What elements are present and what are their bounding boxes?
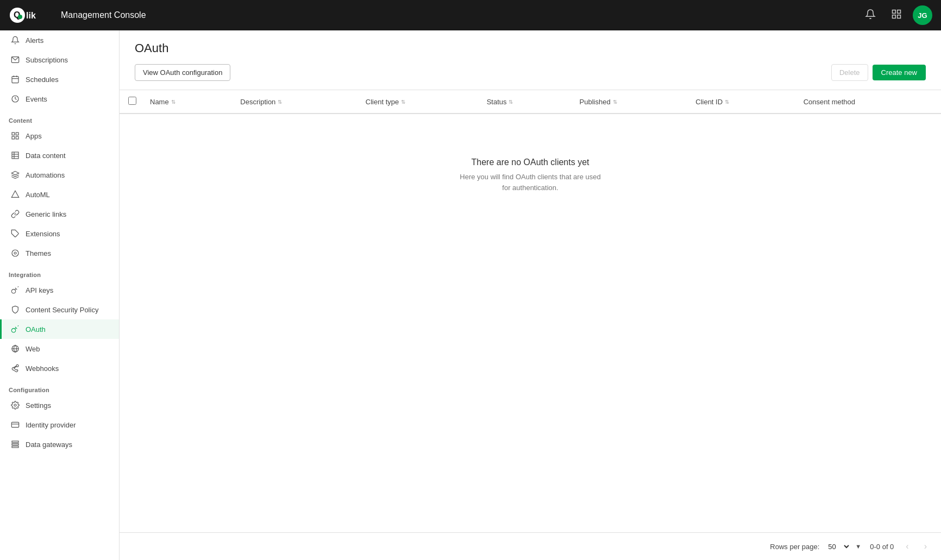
- svg-rect-15: [16, 133, 18, 135]
- sidebar-item-label: AutoML: [26, 191, 50, 199]
- pagination-prev-button[interactable]: ‹: [902, 539, 912, 553]
- sidebar-item-label: Settings: [26, 401, 51, 410]
- th-name[interactable]: Name ⇅: [141, 90, 231, 114]
- svg-rect-5: [898, 10, 901, 13]
- notifications-icon[interactable]: [861, 4, 880, 27]
- th-description[interactable]: Description ⇅: [231, 90, 356, 114]
- layout: Alerts Subscriptions Schedules Events: [0, 30, 941, 560]
- rows-per-page-select[interactable]: 50 25 100: [824, 541, 851, 552]
- triangle-icon: [10, 190, 20, 199]
- grid-icon: [10, 131, 20, 141]
- sidebar-item-alerts[interactable]: Alerts: [0, 30, 119, 50]
- sidebar-section-integration: Integration API keys Content Security Po…: [0, 263, 119, 378]
- sidebar-item-label: Data gateways: [26, 441, 72, 449]
- sort-icon-status: ⇅: [509, 99, 513, 105]
- bell-icon: [10, 35, 20, 45]
- sidebar-item-automations[interactable]: Automations: [0, 165, 119, 185]
- sidebar-item-extensions[interactable]: Extensions: [0, 224, 119, 243]
- automations-icon: [10, 170, 20, 180]
- sidebar-item-api-keys[interactable]: API keys: [0, 280, 119, 300]
- sidebar-item-subscriptions[interactable]: Subscriptions: [0, 50, 119, 70]
- sidebar-item-label: Automations: [26, 171, 65, 179]
- sidebar-item-schedules[interactable]: Schedules: [0, 70, 119, 89]
- table-footer: Rows per page: 50 25 100 ▼ 0-0 of 0 ‹ ›: [120, 532, 941, 560]
- sort-icon-client-type: ⇅: [401, 99, 405, 105]
- sidebar-item-label: Schedules: [26, 75, 59, 84]
- sidebar-item-settings[interactable]: Settings: [0, 395, 119, 415]
- sidebar-item-label: Content Security Policy: [26, 306, 98, 314]
- svg-rect-6: [893, 15, 896, 18]
- sidebar-item-themes[interactable]: Themes: [0, 243, 119, 263]
- svg-rect-9: [12, 77, 18, 83]
- sidebar-item-web[interactable]: Web: [0, 339, 119, 358]
- sidebar-item-webhooks[interactable]: Webhooks: [0, 358, 119, 378]
- sidebar-item-automl[interactable]: AutoML: [0, 185, 119, 204]
- sidebar-item-label: API keys: [26, 286, 53, 294]
- svg-point-25: [12, 250, 18, 256]
- sidebar-item-apps[interactable]: Apps: [0, 126, 119, 146]
- sidebar-section-content: Content Apps Data content Automations: [0, 109, 119, 263]
- th-client-id[interactable]: Client ID ⇅: [687, 90, 794, 114]
- sidebar-item-label: Extensions: [26, 230, 60, 238]
- pagination-next-button[interactable]: ›: [921, 539, 930, 553]
- svg-point-28: [14, 404, 16, 406]
- svg-rect-31: [12, 441, 18, 443]
- main-content: OAuth View OAuth configuration Delete Cr…: [120, 30, 941, 560]
- select-all-checkbox[interactable]: [128, 97, 136, 105]
- rows-per-page: Rows per page: 50 25 100 ▼: [770, 541, 861, 552]
- svg-rect-14: [12, 133, 15, 135]
- gateways-icon: [10, 439, 20, 449]
- oauth-key-icon: [10, 324, 20, 334]
- create-new-button[interactable]: Create new: [873, 65, 926, 80]
- apps-grid-icon[interactable]: [887, 4, 906, 27]
- themes-icon: [10, 248, 20, 258]
- sidebar-item-generic-links[interactable]: Generic links: [0, 204, 119, 224]
- th-status[interactable]: Status ⇅: [478, 90, 571, 114]
- sidebar-item-label: Themes: [26, 249, 51, 257]
- sidebar-item-label: Alerts: [26, 36, 43, 45]
- svg-rect-7: [898, 15, 901, 18]
- th-consent-method[interactable]: Consent method: [795, 90, 941, 114]
- section-label-integration: Integration: [0, 263, 119, 280]
- sidebar-item-label: Generic links: [26, 210, 66, 218]
- svg-rect-29: [11, 422, 18, 427]
- webhooks-icon: [10, 363, 20, 373]
- sidebar-item-events[interactable]: Events: [0, 89, 119, 109]
- link-icon: [10, 209, 20, 219]
- th-client-type[interactable]: Client type ⇅: [357, 90, 478, 114]
- toolbar: View OAuth configuration Delete Create n…: [120, 64, 941, 90]
- sidebar-item-label: OAuth: [26, 325, 46, 334]
- sidebar-item-label: Identity provider: [26, 421, 76, 429]
- sort-icon-name: ⇅: [171, 99, 175, 105]
- svg-rect-16: [12, 136, 15, 139]
- empty-state-title: There are no OAuth clients yet: [472, 158, 589, 167]
- svg-rect-4: [893, 10, 896, 13]
- sidebar-item-content-security-policy[interactable]: Content Security Policy: [0, 300, 119, 319]
- sidebar-item-label: Webhooks: [26, 364, 59, 373]
- sidebar-item-data-content[interactable]: Data content: [0, 146, 119, 165]
- calendar-icon: [10, 74, 20, 84]
- extensions-icon: [10, 229, 20, 238]
- sidebar-section-top: Alerts Subscriptions Schedules Events: [0, 30, 119, 109]
- avatar[interactable]: JG: [913, 5, 932, 25]
- svg-marker-22: [11, 191, 18, 197]
- rows-per-page-label: Rows per page:: [770, 543, 819, 551]
- view-oauth-config-button[interactable]: View OAuth configuration: [135, 64, 230, 81]
- globe-icon: [10, 344, 20, 354]
- sidebar-item-identity-provider[interactable]: Identity provider: [0, 415, 119, 435]
- svg-rect-18: [12, 152, 18, 159]
- sidebar-item-label: Apps: [26, 132, 42, 140]
- chevron-down-icon: ▼: [855, 543, 861, 550]
- svg-point-2: [18, 15, 22, 19]
- qlik-logo-icon: Q lik: [9, 7, 52, 24]
- sidebar-item-oauth[interactable]: OAuth: [0, 319, 119, 339]
- sidebar-item-label: Subscriptions: [26, 56, 68, 64]
- key-icon: [10, 285, 20, 295]
- table-header: Name ⇅ Description ⇅ Cli: [120, 90, 941, 114]
- sidebar-item-data-gateways[interactable]: Data gateways: [0, 435, 119, 454]
- th-published[interactable]: Published ⇅: [571, 90, 687, 114]
- pagination-info: 0-0 of 0: [870, 543, 894, 551]
- gear-icon: [10, 400, 20, 410]
- topbar-title: Management Console: [61, 10, 146, 20]
- section-label-content: Content: [0, 109, 119, 126]
